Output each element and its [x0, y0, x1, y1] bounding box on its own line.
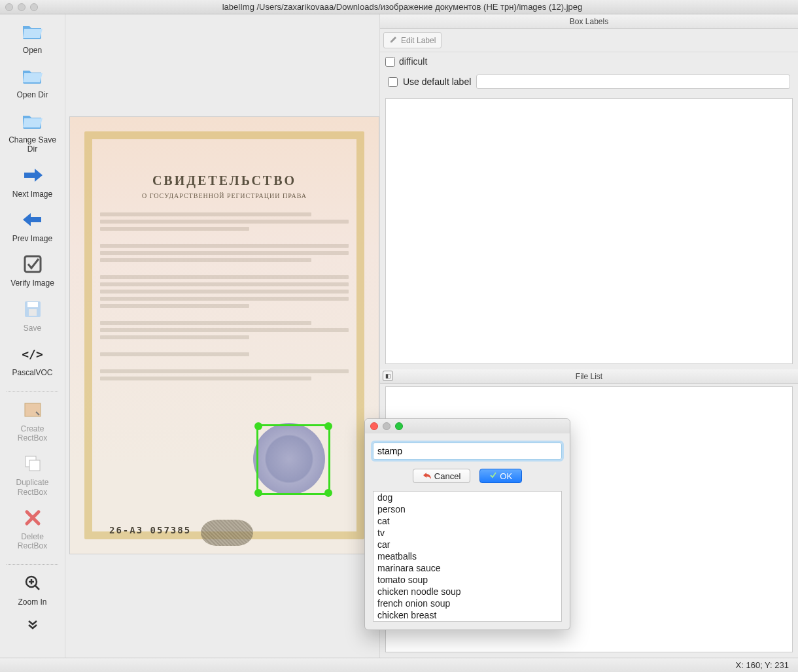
popout-icon[interactable]: ◧	[383, 371, 393, 381]
folder-open-icon	[21, 20, 44, 43]
box-labels-toolbar: Edit Label	[380, 29, 798, 52]
toolbar-separator-2	[7, 564, 58, 565]
dialog-body: Cancel OK dogpersoncattvcarmeatballsmari…	[365, 433, 570, 630]
default-label-input[interactable]	[476, 75, 790, 89]
bounding-box[interactable]	[256, 424, 330, 495]
edit-label-text: Edit Label	[401, 36, 436, 45]
change-save-dir-label: Change Save Dir	[3, 135, 62, 154]
change-save-dir-button[interactable]: Change Save Dir	[3, 109, 62, 154]
dialog-titlebar[interactable]	[365, 419, 570, 433]
difficult-label: difficult	[399, 56, 427, 67]
arrow-left-icon	[21, 208, 44, 231]
toolbar-separator	[7, 391, 58, 392]
label-option[interactable]: marinara sauce	[373, 562, 561, 574]
label-option[interactable]: tv	[373, 527, 561, 539]
cursor-coordinates: X: 160; Y: 231	[736, 660, 789, 670]
label-option[interactable]: chicken noodle soup	[373, 586, 561, 597]
window-title: labelImg /Users/zaxarikovaaa/Downloads/и…	[7, 2, 798, 12]
duplicate-rect-label: Duplicate RectBox	[16, 478, 48, 497]
svg-rect-6	[29, 460, 40, 471]
checkbox-icon	[21, 252, 44, 276]
bbox-handle-br[interactable]	[324, 489, 332, 497]
dialog-minimize-icon	[383, 422, 390, 430]
prev-image-button[interactable]: Prev Image	[3, 208, 62, 243]
next-image-label: Next Image	[12, 190, 52, 199]
ok-text: OK	[500, 471, 512, 481]
zoom-in-icon	[21, 571, 44, 595]
chevron-down-icon[interactable]	[27, 618, 39, 633]
next-image-button[interactable]: Next Image	[3, 163, 62, 199]
document-text-lines	[100, 212, 349, 380]
image-canvas[interactable]: СВИДЕТЕЛЬСТВО О ГОСУДАРСТВЕННОЙ РЕГИСТРА…	[65, 14, 379, 658]
save-button[interactable]: Save	[3, 297, 62, 333]
label-option[interactable]: tomato soup	[373, 574, 561, 586]
bbox-handle-tl[interactable]	[254, 422, 262, 430]
save-label: Save	[24, 324, 41, 333]
svg-rect-3	[29, 309, 37, 316]
code-icon: </>	[21, 342, 44, 365]
verify-image-label: Verify Image	[10, 278, 54, 288]
label-options-list[interactable]: dogpersoncattvcarmeatballsmarinara sauce…	[373, 491, 562, 622]
floppy-icon	[21, 297, 44, 321]
default-label-row: Use default label	[380, 71, 798, 95]
box-labels-title: Box Labels	[570, 17, 608, 26]
label-dialog: Cancel OK dogpersoncattvcarmeatballsmari…	[364, 418, 570, 630]
label-option[interactable]: french onion soup	[373, 597, 561, 609]
difficult-row: difficult	[380, 52, 798, 71]
dialog-zoom-icon[interactable]	[395, 422, 403, 430]
bbox-handle-tr[interactable]	[324, 422, 332, 430]
open-label: Open	[23, 46, 42, 55]
dialog-buttons: Cancel OK	[373, 469, 562, 483]
labels-list[interactable]	[385, 98, 793, 364]
dialog-close-icon[interactable]	[370, 422, 378, 430]
edit-label-button[interactable]: Edit Label	[383, 32, 442, 48]
label-option[interactable]: car	[373, 539, 561, 550]
verify-image-button[interactable]: Verify Image	[3, 252, 62, 288]
ok-button[interactable]: OK	[479, 469, 522, 483]
open-dir-button[interactable]: Open Dir	[3, 64, 62, 99]
document-serial: 26-АЗ 057385	[109, 525, 191, 535]
open-dir-label: Open Dir	[16, 90, 48, 99]
zoom-in-button[interactable]: Zoom In	[3, 571, 62, 607]
delete-x-icon	[21, 506, 44, 529]
document-rosette	[201, 520, 253, 546]
document-subheading: О ГОСУДАРСТВЕННОЙ РЕГИСТРАЦИИ ПРАВА	[100, 192, 349, 199]
bbox-handle-bl[interactable]	[254, 489, 262, 497]
check-icon	[489, 471, 497, 481]
label-option[interactable]: person	[373, 503, 561, 515]
create-rect-icon	[21, 398, 44, 422]
status-bar: X: 160; Y: 231	[0, 658, 798, 672]
create-rect-label: Create RectBox	[18, 424, 47, 443]
delete-rectbox-button[interactable]: Delete RectBox	[3, 506, 62, 551]
label-input[interactable]	[373, 443, 562, 460]
cancel-text: Cancel	[434, 471, 460, 481]
format-label: PascalVOC	[12, 368, 52, 377]
box-labels-header: Box Labels	[380, 14, 798, 29]
edit-icon	[389, 35, 398, 46]
prev-image-label: Prev Image	[12, 234, 52, 243]
left-toolbar: Open Open Dir Change Save Dir Next Image…	[0, 14, 65, 658]
file-list-title: File List	[576, 372, 602, 381]
default-label-checkbox[interactable]	[388, 77, 398, 87]
create-rectbox-button[interactable]: Create RectBox	[3, 398, 62, 443]
label-option[interactable]: cat	[373, 515, 561, 527]
label-option[interactable]: meatballs	[373, 550, 561, 562]
open-button[interactable]: Open	[3, 20, 62, 55]
duplicate-rectbox-button[interactable]: Duplicate RectBox	[3, 452, 62, 497]
folder-save-icon	[21, 109, 44, 133]
window-titlebar: labelImg /Users/zaxarikovaaa/Downloads/и…	[0, 0, 798, 14]
label-option[interactable]: dog	[373, 492, 561, 503]
default-label-text: Use default label	[403, 76, 471, 87]
cancel-button[interactable]: Cancel	[413, 469, 470, 483]
difficult-checkbox[interactable]	[385, 57, 395, 67]
format-button[interactable]: </> PascalVOC	[3, 342, 62, 377]
duplicate-icon	[21, 452, 44, 475]
folder-open-dir-icon	[21, 64, 44, 88]
file-list-header: ◧ File List	[380, 369, 798, 384]
svg-rect-2	[27, 302, 38, 307]
document-heading: СВИДЕТЕЛЬСТВО	[100, 173, 349, 188]
zoom-in-label: Zoom In	[18, 597, 46, 607]
label-option[interactable]: chicken breast	[373, 609, 561, 621]
undo-icon	[423, 471, 432, 481]
arrow-right-icon	[21, 163, 44, 187]
